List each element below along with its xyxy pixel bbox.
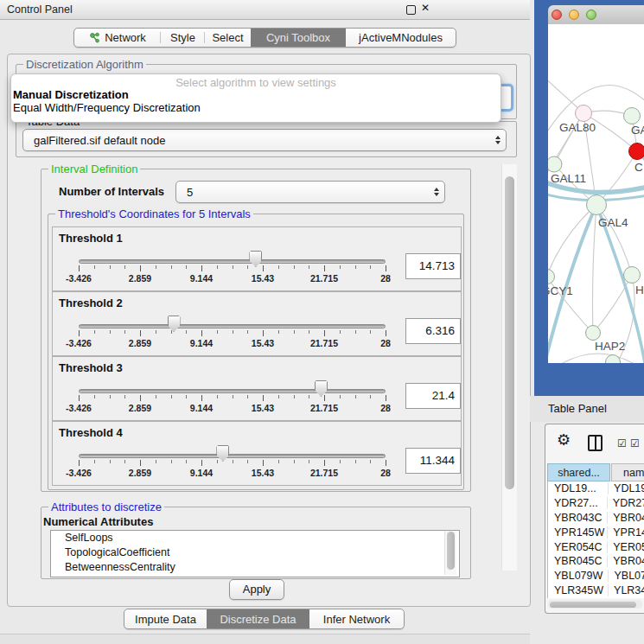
list-scrollbar[interactable]: [444, 531, 456, 575]
slider-thumb[interactable]: [315, 380, 328, 397]
float-window-icon[interactable]: [406, 5, 416, 15]
tick-mark: [370, 460, 371, 463]
tick-mark: [247, 265, 248, 269]
cell-name: YBR04: [608, 512, 644, 524]
tab-select[interactable]: Select: [205, 29, 251, 47]
tab-jactivemnodules[interactable]: jActiveMNodules: [346, 29, 456, 47]
combo-stepper-icon: [490, 136, 506, 144]
table-row[interactable]: YBR043CYBR04: [548, 511, 644, 526]
columns-icon[interactable]: [588, 435, 603, 451]
checkbox-icon[interactable]: ☑: [630, 437, 640, 450]
cell-name: YER05: [608, 541, 644, 553]
tick-mark: [386, 395, 386, 401]
tab-infer-network[interactable]: Infer Network: [309, 609, 404, 628]
scrollbar-thumb[interactable]: [505, 176, 514, 489]
group-title: Attributes to discretize: [48, 501, 164, 513]
network-node[interactable]: [587, 195, 607, 215]
column-header-shared[interactable]: shared...: [547, 463, 610, 481]
tab-style[interactable]: Style: [161, 29, 205, 47]
tick-mark: [294, 395, 295, 399]
table-row[interactable]: YDR27...YDR27: [548, 496, 644, 511]
minimize-button[interactable]: [569, 10, 579, 20]
tab-network[interactable]: Network: [74, 29, 161, 47]
tick-mark: [217, 395, 218, 399]
list-item[interactable]: BetweennessCentrality: [51, 560, 459, 575]
tick-mark: [386, 265, 386, 271]
slider-track[interactable]: [79, 259, 386, 264]
table-row[interactable]: YLR345WYLR34: [548, 583, 644, 598]
close-button[interactable]: [552, 10, 562, 20]
tick-mark: [294, 460, 295, 463]
tick-mark: [186, 265, 187, 269]
tick-label: 2.859: [118, 468, 162, 478]
tab-impute-data[interactable]: Impute Data: [124, 609, 207, 628]
network-node[interactable]: [624, 108, 641, 124]
slider-thumb[interactable]: [249, 251, 262, 267]
tick-mark: [171, 330, 172, 334]
panel-scrollbar[interactable]: [501, 164, 517, 571]
slider-track[interactable]: [79, 324, 386, 328]
network-node[interactable]: [606, 355, 621, 364]
status-strip: [0, 634, 530, 644]
tick-mark: [94, 265, 95, 269]
tick-mark: [355, 265, 356, 269]
tick-mark: [324, 330, 325, 336]
tab-label: Infer Network: [323, 613, 390, 626]
table-data-combo[interactable]: galFiltered.sif default node: [22, 129, 507, 151]
tick-label: -3.426: [57, 468, 100, 478]
node-table: YDL19...YDL19YDR27...YDR27YBR043CYBR04YP…: [547, 481, 644, 598]
tick-label: 9.144: [180, 403, 223, 413]
tick-mark: [263, 330, 264, 336]
network-node[interactable]: [624, 267, 641, 284]
table-hscrollbar[interactable]: [548, 600, 642, 609]
network-node[interactable]: [586, 326, 601, 341]
network-node[interactable]: [548, 270, 555, 284]
close-icon[interactable]: ✕: [421, 2, 430, 14]
slider-track[interactable]: [79, 389, 386, 393]
tick-mark: [309, 265, 309, 269]
threshold-value-field[interactable]: 14.713: [405, 253, 461, 279]
table-row[interactable]: YER054CYER05: [548, 539, 644, 554]
tick-mark: [201, 460, 202, 466]
tick-mark: [247, 460, 248, 463]
tick-label: 28: [364, 273, 407, 284]
tick-mark: [156, 395, 156, 399]
cell-shared-name: YLR345W: [548, 584, 609, 596]
table-row[interactable]: YBR045CYBR04: [548, 554, 644, 569]
number-of-intervals-combo[interactable]: 5: [175, 181, 445, 203]
checkbox-icon[interactable]: ☑: [617, 437, 627, 450]
tick-mark: [233, 265, 233, 269]
tab-label: Cyni Toolbox: [266, 31, 330, 44]
network-node[interactable]: [576, 105, 592, 122]
table-row[interactable]: YPR145WYPR14: [548, 525, 644, 539]
network-canvas[interactable]: GAL80GACGAL11GAL4GCY1HHAP2: [548, 24, 644, 363]
column-header-name[interactable]: name: [611, 463, 644, 481]
gear-icon[interactable]: ⚙: [557, 430, 571, 450]
slider-thumb[interactable]: [216, 445, 229, 462]
apply-button[interactable]: Apply: [229, 579, 284, 600]
table-row[interactable]: YIL052CYIL05: [548, 597, 644, 598]
scrollbar-thumb[interactable]: [550, 602, 636, 608]
list-item[interactable]: SelfLoops: [51, 531, 459, 545]
threshold-value-field[interactable]: 11.344: [405, 448, 461, 474]
network-node[interactable]: [548, 156, 562, 172]
menu-item-equal-width-frequency-discretization[interactable]: Equal Width/Frequency Discretization: [13, 101, 201, 114]
list-item[interactable]: TopologicalCoefficient: [51, 545, 459, 560]
cell-shared-name: YBR043C: [548, 512, 608, 524]
slider-track[interactable]: [79, 454, 386, 458]
menu-item-manual-discretization[interactable]: Manual Discretization: [13, 88, 129, 101]
tick-mark: [156, 265, 156, 269]
tick-mark: [247, 330, 248, 334]
tab-discretize-data[interactable]: Discretize Data: [207, 609, 309, 628]
threshold-value-field[interactable]: 6.316: [405, 318, 461, 344]
threshold-value-field[interactable]: 21.4: [405, 383, 461, 409]
table-row[interactable]: YBL079WYBL07: [548, 569, 644, 583]
threshold-panel: Threshold 3-3.4262.8599.14415.4321.71528…: [52, 356, 462, 421]
network-node[interactable]: [629, 143, 644, 160]
slider-thumb[interactable]: [168, 316, 181, 332]
table-row[interactable]: YDL19...YDL19: [548, 481, 644, 496]
tick-mark: [355, 395, 356, 399]
scrollbar-thumb[interactable]: [447, 532, 455, 570]
zoom-button[interactable]: [586, 10, 596, 20]
tab-cyni-toolbox[interactable]: Cyni Toolbox: [251, 29, 346, 47]
